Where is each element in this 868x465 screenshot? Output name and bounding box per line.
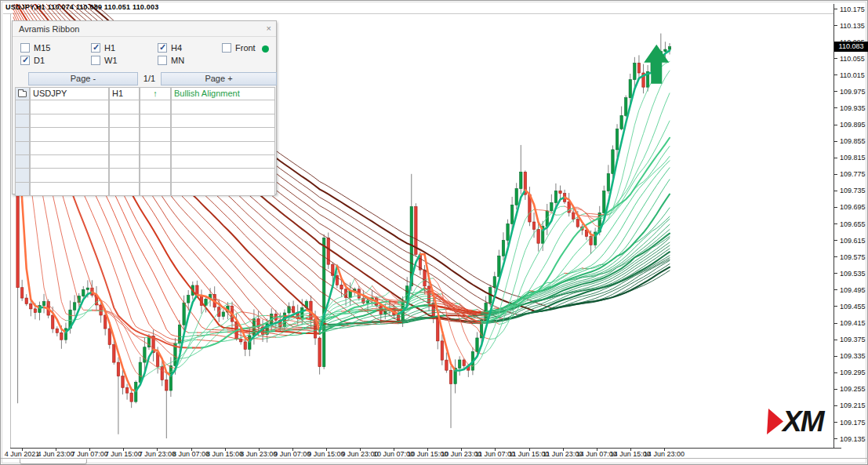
- row-gutter: [15, 155, 30, 169]
- checkbox-w1[interactable]: W1: [91, 56, 118, 65]
- price-axis-label: 109.695: [840, 203, 866, 211]
- status-cell: [171, 100, 275, 114]
- checkbox-icon[interactable]: [158, 56, 167, 65]
- checkbox-row: D1W1MN: [13, 56, 276, 68]
- checkbox-m15[interactable]: M15: [20, 43, 50, 53]
- price-axis-label: 109.855: [840, 137, 866, 145]
- checkbox-icon[interactable]: [91, 43, 100, 53]
- timeframe-cell: H1: [109, 87, 140, 100]
- status-cell: [171, 183, 275, 196]
- price-axis-tick: [834, 240, 837, 241]
- checkbox-d1[interactable]: D1: [20, 56, 45, 65]
- checkbox-label: Front: [235, 43, 256, 53]
- watchlist-row[interactable]: USDJPYH1↑Bullish Alignment: [15, 87, 275, 100]
- horizontal-scrollbar-thumb[interactable]: [20, 459, 87, 464]
- status-cell: [171, 114, 275, 128]
- panel-header[interactable]: Avramis Ribbon ×: [13, 21, 276, 37]
- price-axis-tick: [834, 372, 837, 373]
- price-axis-label: 109.495: [840, 286, 866, 294]
- row-gutter: [15, 114, 30, 128]
- watchlist-row[interactable]: [15, 142, 275, 155]
- checkbox-label: H4: [171, 43, 182, 53]
- status-cell: [171, 155, 275, 169]
- price-axis-label: 109.375: [840, 336, 866, 343]
- checkbox-h1[interactable]: H1: [91, 43, 115, 53]
- price-axis-label: 109.615: [840, 237, 866, 245]
- price-axis-tick: [834, 223, 837, 224]
- checkbox-icon[interactable]: [20, 56, 30, 65]
- trend-arrow-cell: [140, 142, 171, 155]
- price-axis-label: 109.735: [840, 187, 866, 194]
- watchlist-row[interactable]: [15, 169, 275, 182]
- checkbox-icon[interactable]: [222, 43, 231, 53]
- symbol-cell: [30, 142, 109, 155]
- time-axis-label: 14 Jun 23:00: [644, 450, 685, 458]
- price-axis-label: 110.055: [840, 55, 865, 63]
- watchlist-row[interactable]: [15, 128, 275, 141]
- checkbox-label: D1: [34, 56, 45, 65]
- price-axis-tick: [834, 207, 837, 208]
- time-axis-label: 8 Jun 23:00: [240, 450, 277, 458]
- checkbox-h4[interactable]: H4: [158, 43, 182, 53]
- price-axis[interactable]: 110.175110.135110.095110.055110.015109.9…: [834, 1, 868, 448]
- time-axis-label: 8 Jun 15:00: [206, 450, 243, 458]
- status-cell: Bullish Alignment: [171, 87, 275, 100]
- price-axis-label: 110.175: [840, 5, 865, 13]
- checkbox-icon[interactable]: [91, 56, 100, 65]
- time-axis[interactable]: 4 Jun 20214 Jun 23:007 Jun 07:007 Jun 15…: [1, 448, 868, 458]
- price-axis-label: 110.015: [840, 71, 865, 79]
- price-axis-label: 110.135: [840, 22, 865, 30]
- watchlist-row[interactable]: [15, 155, 275, 169]
- checkbox-mn[interactable]: MN: [158, 56, 184, 65]
- price-axis-tick: [834, 25, 837, 26]
- checkbox-label: MN: [171, 56, 184, 65]
- symbol-cell: USDJPY: [30, 87, 109, 100]
- price-axis-tick: [834, 58, 837, 59]
- panel-title: Avramis Ribbon: [19, 24, 79, 34]
- time-axis-label: 7 Jun 07:00: [71, 450, 108, 458]
- timeframe-cell: [109, 169, 140, 182]
- xm-logo: XM: [766, 405, 832, 438]
- row-gutter: [15, 128, 30, 141]
- row-gutter: [15, 87, 30, 100]
- price-axis-label: 109.295: [840, 369, 866, 376]
- price-axis-tick: [834, 422, 837, 423]
- xm-logo-text: XM: [783, 406, 823, 438]
- price-axis-label: 109.255: [840, 385, 866, 393]
- price-axis-label: 109.415: [840, 319, 866, 327]
- time-axis-label: 9 Jun 15:00: [307, 450, 344, 458]
- price-axis-tick: [834, 289, 837, 290]
- price-axis-tick: [834, 389, 837, 390]
- price-axis-tick: [834, 174, 837, 175]
- timeframe-cell: [109, 114, 140, 128]
- price-axis-label: 109.935: [840, 104, 866, 112]
- row-gutter: [15, 183, 30, 196]
- price-axis-label: 109.535: [840, 270, 866, 278]
- price-axis-label: 109.975: [840, 88, 866, 96]
- close-icon[interactable]: ×: [267, 24, 271, 33]
- page-prev-button[interactable]: Page -: [28, 72, 138, 85]
- checkbox-icon[interactable]: [158, 43, 167, 53]
- folder-icon: [18, 91, 27, 97]
- trend-arrow-cell: [140, 169, 171, 182]
- price-axis-tick: [834, 125, 837, 125]
- checkbox-icon[interactable]: [20, 43, 30, 53]
- price-axis-tick: [834, 438, 837, 439]
- price-axis-label: 109.575: [840, 253, 866, 261]
- watchlist-row[interactable]: [15, 183, 275, 196]
- time-axis-label: 8 Jun 07:00: [173, 450, 209, 458]
- price-axis-tick: [834, 405, 837, 406]
- checkbox-front[interactable]: Front: [222, 43, 256, 53]
- trend-arrow-cell: [140, 155, 171, 169]
- page-next-button[interactable]: Page +: [161, 72, 277, 85]
- status-dot-icon: [262, 45, 269, 53]
- time-axis-label: 4 Jun 23:00: [38, 450, 74, 458]
- price-axis-label: 109.455: [840, 303, 866, 311]
- time-axis-label: 4 Jun 2021: [5, 450, 40, 458]
- watchlist-row[interactable]: [15, 100, 275, 114]
- trend-arrow-cell: [140, 183, 171, 196]
- watchlist-row[interactable]: [15, 114, 275, 128]
- trend-arrow-cell: [140, 100, 171, 114]
- time-axis-label: 7 Jun 15:00: [105, 450, 142, 458]
- price-axis-tick: [834, 273, 837, 274]
